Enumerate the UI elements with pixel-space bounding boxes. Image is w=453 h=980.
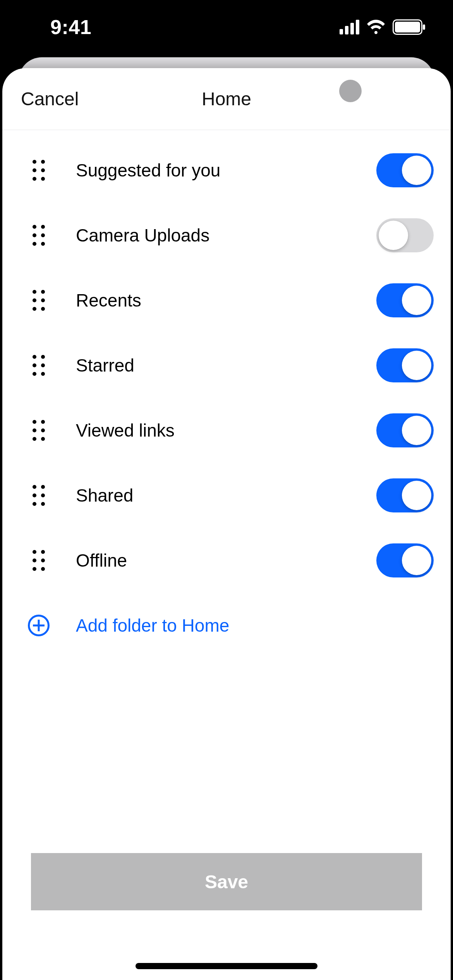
save-button[interactable]: Save	[31, 853, 422, 910]
svg-rect-1	[395, 22, 420, 33]
toggle-switch[interactable]	[376, 153, 434, 187]
drag-handle-icon[interactable]	[33, 485, 45, 506]
list-item: Recents	[2, 268, 451, 333]
cancel-button[interactable]: Cancel	[21, 88, 79, 110]
drag-handle-icon[interactable]	[33, 355, 45, 376]
battery-icon	[393, 19, 426, 35]
row-label: Offline	[76, 550, 376, 571]
row-label: Starred	[76, 355, 376, 376]
cellular-signal-icon	[340, 20, 359, 34]
list-item: Viewed links	[2, 398, 451, 463]
toggle-switch[interactable]	[376, 478, 434, 512]
list-item: Starred	[2, 333, 451, 398]
add-folder-label: Add folder to Home	[76, 615, 229, 636]
toggle-switch[interactable]	[376, 283, 434, 317]
row-label: Viewed links	[76, 420, 376, 441]
drag-handle-icon[interactable]	[33, 290, 45, 311]
row-label: Shared	[76, 485, 376, 506]
row-label: Suggested for you	[76, 160, 376, 181]
status-right	[340, 19, 426, 35]
plus-circle-icon	[28, 615, 50, 636]
row-label: Recents	[76, 290, 376, 311]
toggle-switch[interactable]	[376, 543, 434, 577]
drag-handle-icon[interactable]	[33, 160, 45, 181]
home-indicator	[136, 963, 317, 969]
add-folder-button[interactable]: Add folder to Home	[2, 593, 451, 658]
row-label: Camera Uploads	[76, 225, 376, 246]
drag-handle-icon[interactable]	[33, 420, 45, 441]
page-title: Home	[202, 88, 251, 110]
toggle-switch[interactable]	[376, 348, 434, 382]
toggle-switch[interactable]	[376, 413, 434, 447]
modal-sheet: Cancel Home Suggested for youCamera Uplo…	[2, 68, 451, 980]
home-sections-list: Suggested for youCamera UploadsRecentsSt…	[2, 130, 451, 593]
wifi-icon	[366, 20, 386, 34]
list-item: Offline	[2, 528, 451, 593]
status-time: 9:41	[27, 15, 91, 39]
sheet-header: Cancel Home	[2, 68, 451, 130]
list-item: Camera Uploads	[2, 203, 451, 268]
list-item: Shared	[2, 463, 451, 528]
status-bar: 9:41	[0, 0, 453, 54]
list-item: Suggested for you	[2, 138, 451, 203]
drag-handle-icon[interactable]	[33, 225, 45, 246]
toggle-switch[interactable]	[376, 218, 434, 252]
svg-rect-2	[423, 24, 425, 30]
drag-handle-icon[interactable]	[33, 550, 45, 571]
